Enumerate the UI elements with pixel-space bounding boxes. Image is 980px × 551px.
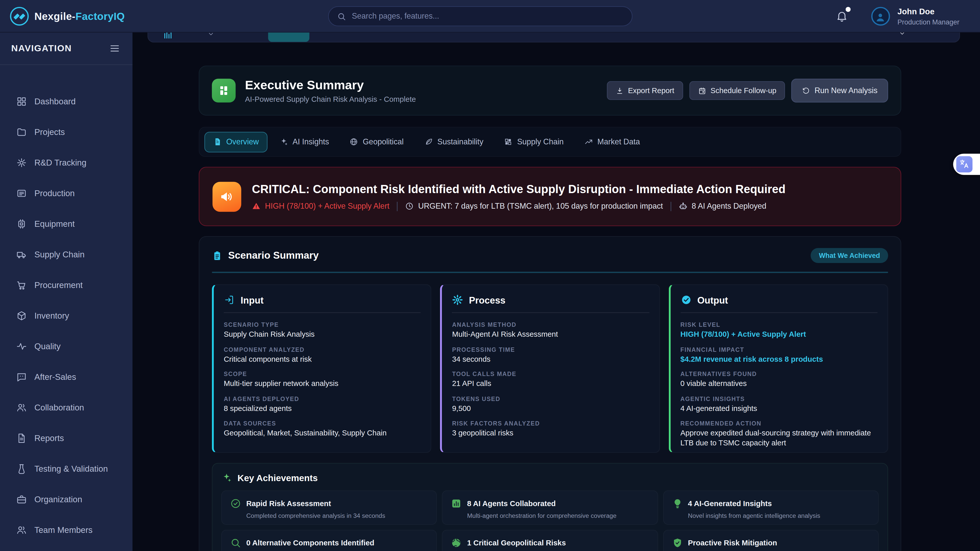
sidebar-item-quality[interactable]: Quality (0, 331, 132, 362)
scenario-column-output: OutputRISK LEVELHIGH (78/100) + Active S… (669, 284, 888, 453)
chat-icon (16, 372, 27, 383)
translate-icon (956, 156, 973, 172)
chart-square-icon (451, 498, 462, 509)
alert-agents: 8 AI Agents Deployed (679, 202, 767, 210)
translate-widget[interactable] (953, 154, 980, 175)
notification-dot (845, 7, 851, 12)
achievement-8-ai-agents-collaborated: 8 AI Agents CollaboratedMulti-agent orch… (442, 490, 658, 525)
gear-icon (452, 294, 463, 305)
avatar[interactable] (871, 7, 890, 25)
circle-check-icon (230, 498, 241, 509)
sidebar-item-equipment[interactable]: Equipment (0, 209, 132, 239)
hamburger-icon[interactable] (110, 43, 120, 54)
field-alternatives-found: ALTERNATIVES FOUND0 viable alternatives (680, 371, 877, 389)
sparkles-icon (280, 138, 288, 146)
sidebar-item-label: Inventory (35, 311, 69, 321)
cpu-icon (16, 219, 27, 229)
activity-icon (16, 341, 27, 352)
sidebar-item-supply-chain[interactable]: Supply Chain (0, 239, 132, 270)
achievements-grid: Rapid Risk AssessmentCompleted comprehen… (221, 490, 879, 551)
sidebar-item-procurement[interactable]: Procurement (0, 270, 132, 300)
trend-icon (584, 138, 593, 146)
brand[interactable]: Nexgile-FactoryIQ (10, 0, 125, 32)
alert-meta: HIGH (78/100) + Active Supply Alert URGE… (252, 202, 786, 211)
brand-logo-icon (10, 7, 29, 25)
sidebar-item-r-d-tracking[interactable]: R&D Tracking (0, 148, 132, 178)
refresh-icon (802, 86, 810, 95)
page-title: Executive Summary (245, 78, 416, 92)
sidebar-item-label: Procurement (35, 281, 83, 290)
squares-icon (217, 84, 231, 97)
global-search (328, 6, 633, 26)
sidebar-item-testing-validation[interactable]: Testing & Validation (0, 454, 132, 484)
tab-market-data[interactable]: Market Data (576, 132, 649, 152)
tab-supply-chain[interactable]: Supply Chain (495, 132, 573, 152)
divider (212, 272, 888, 273)
tab-sustainability[interactable]: Sustainability (415, 132, 492, 152)
notifications-button[interactable] (835, 10, 848, 22)
check-circle-icon (680, 294, 692, 305)
sidebar-item-collaboration[interactable]: Collaboration (0, 392, 132, 423)
main-content: Executive Summary AI-Powered Supply Chai… (132, 32, 980, 551)
file-icon (213, 138, 222, 146)
leaf-icon (424, 138, 433, 146)
shield-icon (672, 537, 683, 548)
production-icon (16, 188, 27, 199)
achievement-0-alternative-components-identified: 0 Alternative Components IdentifiedViabl… (221, 530, 437, 551)
sidebar-nav: DashboardProjectsR&D TrackingProductionE… (0, 86, 132, 545)
tab-geopolitical[interactable]: Geopolitical (341, 132, 412, 152)
bell-icon (835, 10, 848, 22)
field-recommended-action: RECOMMENDED ACTIONApprove expedited dual… (680, 420, 877, 448)
sidebar-item-label: After-Sales (35, 372, 76, 382)
sidebar-item-label: Collaboration (35, 403, 84, 413)
tabs-bar: OverviewAI InsightsGeopoliticalSustainab… (199, 127, 901, 157)
sidebar-item-label: R&D Tracking (35, 158, 86, 168)
sidebar-item-after-sales[interactable]: After-Sales (0, 362, 132, 392)
run-new-analysis-button[interactable]: Run New Analysis (791, 79, 888, 103)
sidebar-item-label: Equipment (35, 219, 75, 229)
truck-icon (16, 249, 27, 260)
tab-ai-insights[interactable]: AI Insights (271, 132, 338, 152)
briefcase-icon (16, 494, 27, 505)
sidebar-item-label: Dashboard (35, 97, 76, 106)
megaphone-icon (213, 181, 242, 211)
achievement-rapid-risk-assessment: Rapid Risk AssessmentCompleted comprehen… (221, 490, 437, 525)
sidebar-item-team-members[interactable]: Team Members (0, 515, 132, 545)
tab-overview[interactable]: Overview (204, 132, 268, 152)
test-tube-icon (16, 464, 27, 474)
field-tokens-used: TOKENS USED9,500 (452, 395, 649, 414)
sidebar-item-inventory[interactable]: Inventory (0, 300, 132, 331)
sidebar-item-production[interactable]: Production (0, 178, 132, 209)
field-tool-calls-made: TOOL CALLS MADE21 API calls (452, 371, 649, 389)
field-data-sources: DATA SOURCESGeopolitical, Market, Sustai… (224, 420, 421, 438)
clock-icon (405, 202, 414, 210)
sidebar-item-label: Supply Chain (35, 250, 85, 259)
chevron-down-icon (899, 32, 906, 37)
sidebar-item-projects[interactable]: Projects (0, 117, 132, 148)
scenario-columns: InputSCENARIO TYPESupply Chain Risk Anal… (212, 284, 888, 453)
user-block[interactable]: John Doe Production Manager (897, 7, 959, 25)
sidebar-item-label: Production (35, 189, 75, 198)
scenario-summary-title: Scenario Summary (228, 250, 319, 261)
field-ai-agents-deployed: AI AGENTS DEPLOYED8 specialized agents (224, 395, 421, 414)
field-risk-level: RISK LEVELHIGH (78/100) + Active Supply … (680, 321, 877, 340)
scenario-summary-title-row: Scenario Summary (212, 250, 319, 261)
schedule-follow-up-button[interactable]: Schedule Follow-up (689, 81, 785, 100)
scenario-column-process: ProcessANALYSIS METHODMulti-Agent AI Ris… (440, 284, 660, 453)
sidebar-header: NAVIGATION (0, 32, 132, 65)
sidebar-item-dashboard[interactable]: Dashboard (0, 86, 132, 117)
sidebar-item-reports[interactable]: Reports (0, 423, 132, 454)
user-role: Production Manager (897, 18, 959, 25)
export-report-button[interactable]: Export Report (607, 81, 683, 100)
field-processing-time: PROCESSING TIME34 seconds (452, 346, 649, 364)
search-input[interactable] (352, 12, 624, 21)
sidebar-item-organization[interactable]: Organization (0, 484, 132, 515)
field-analysis-method: ANALYSIS METHODMulti-Agent AI Risk Asses… (452, 321, 649, 340)
sidebar-item-label: Projects (35, 127, 65, 137)
toolbar-active-button-partial[interactable] (268, 32, 310, 42)
warning-icon (252, 202, 261, 210)
search-icon (337, 11, 346, 21)
column-header: Output (680, 293, 877, 306)
bars-icon (163, 32, 173, 39)
divider (397, 202, 397, 211)
